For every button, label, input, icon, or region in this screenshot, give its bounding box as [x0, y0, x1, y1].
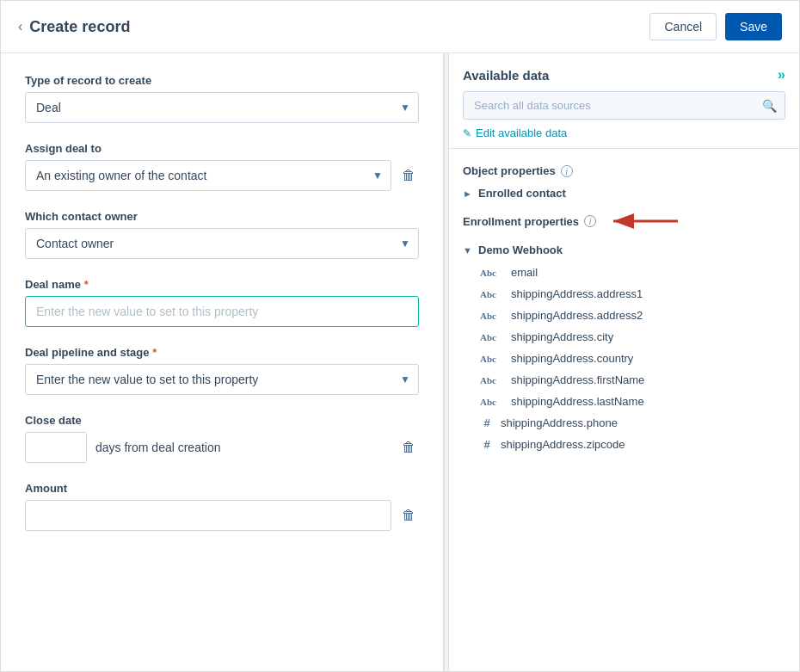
cancel-button[interactable]: Cancel [649, 13, 717, 40]
record-type-label: Type of record to create [25, 74, 419, 87]
object-properties-info-icon[interactable]: i [561, 165, 573, 177]
field-type-badge: Abc [480, 311, 504, 321]
edit-available-data-link[interactable]: ✎ Edit available data [463, 126, 785, 139]
close-date-group: Close date days from deal creation 🗑 [25, 414, 419, 463]
close-date-label: Close date [25, 414, 419, 427]
data-field-row[interactable]: AbcshippingAddress.address2 [449, 305, 799, 326]
assign-deal-group: Assign deal to An existing owner of the … [25, 142, 419, 191]
enrollment-properties-section: Enrollment properties i [449, 204, 799, 455]
data-field-row[interactable]: Abcemail [449, 262, 799, 283]
enrolled-contact-label: Enrolled contact [478, 187, 566, 200]
field-name: shippingAddress.phone [501, 416, 618, 429]
contact-owner-label: Which contact owner [25, 210, 419, 223]
assign-deal-row: An existing owner of the contact ▼ 🗑 [25, 160, 419, 191]
field-name: shippingAddress.zipcode [501, 438, 625, 451]
field-type-badge: Abc [480, 268, 504, 278]
record-type-group: Type of record to create Deal ▼ [25, 74, 419, 123]
orange-arrow-annotation [605, 209, 682, 233]
amount-label: Amount [25, 482, 419, 495]
enrolled-contact-chevron-icon: ► [463, 188, 473, 199]
close-date-days-label: days from deal creation [95, 441, 390, 454]
object-properties-section: Object properties i [449, 159, 799, 182]
deal-pipeline-select-wrapper: Enter the new value to set to this prope… [25, 364, 419, 395]
field-name: email [511, 266, 538, 279]
field-name: shippingAddress.country [511, 352, 633, 365]
deal-name-label: Deal name * [25, 278, 419, 291]
enrolled-contact-item[interactable]: ► Enrolled contact [449, 182, 799, 204]
field-type-badge: # [480, 438, 494, 451]
data-field-row[interactable]: #shippingAddress.phone [449, 412, 799, 434]
header-buttons: Cancel Save [649, 13, 782, 40]
search-box: 🔍 [463, 91, 785, 120]
contact-owner-select-wrapper: Contact owner ▼ [25, 228, 419, 259]
amount-row: 🗑 [25, 500, 419, 531]
modal-title-area: ‹ Create record [18, 18, 130, 36]
close-date-row: days from deal creation 🗑 [25, 432, 419, 463]
assign-deal-select[interactable]: An existing owner of the contact [25, 160, 391, 191]
enrollment-properties-label: Enrollment properties [463, 215, 579, 228]
amount-input[interactable] [25, 500, 391, 531]
field-name: shippingAddress.firstName [511, 373, 644, 386]
data-tree: Object properties i ► Enrolled contact E… [449, 149, 799, 671]
data-field-row[interactable]: AbcshippingAddress.address1 [449, 283, 799, 305]
record-type-select-wrapper: Deal ▼ [25, 92, 419, 123]
modal-header: ‹ Create record Cancel Save [1, 1, 799, 53]
field-type-badge: Abc [480, 397, 504, 407]
field-name: shippingAddress.lastName [511, 395, 644, 408]
save-button[interactable]: Save [725, 13, 782, 40]
right-panel-header: Available data » 🔍 ✎ Edit available data [449, 53, 799, 149]
field-type-badge: Abc [480, 289, 504, 299]
search-input[interactable] [463, 91, 785, 120]
data-field-row[interactable]: AbcshippingAddress.country [449, 348, 799, 369]
field-type-badge: Abc [480, 375, 504, 385]
demo-webhook-chevron-icon: ▼ [463, 245, 473, 256]
amount-group: Amount 🗑 [25, 482, 419, 531]
enrollment-properties-info-icon[interactable]: i [584, 215, 596, 227]
available-data-title: Available data [463, 68, 549, 83]
field-name: shippingAddress.address2 [511, 309, 643, 322]
record-type-select[interactable]: Deal [25, 92, 419, 123]
assign-deal-select-wrapper: An existing owner of the contact ▼ [25, 160, 391, 191]
contact-owner-select[interactable]: Contact owner [25, 228, 419, 259]
modal-title: Create record [29, 18, 130, 36]
fields-list: AbcemailAbcshippingAddress.address1Abcsh… [449, 262, 799, 455]
deal-pipeline-select[interactable]: Enter the new value to set to this prope… [25, 364, 419, 395]
field-type-badge: Abc [480, 332, 504, 342]
assign-deal-delete-icon[interactable]: 🗑 [398, 164, 419, 187]
object-properties-label: Object properties [463, 164, 556, 177]
field-name: shippingAddress.city [511, 330, 613, 343]
data-field-row[interactable]: #shippingAddress.zipcode [449, 434, 799, 455]
left-panel: Type of record to create Deal ▼ Assign d… [1, 53, 444, 671]
field-type-badge: # [480, 416, 494, 429]
close-date-days-input[interactable] [25, 432, 87, 463]
demo-webhook-label: Demo Webhook [478, 244, 563, 256]
enrollment-properties-row: Enrollment properties i [449, 204, 799, 238]
field-type-badge: Abc [480, 354, 504, 364]
collapse-icon[interactable]: » [778, 67, 785, 83]
amount-delete-icon[interactable]: 🗑 [398, 504, 419, 527]
available-data-title-row: Available data » [463, 67, 785, 83]
edit-pencil-icon: ✎ [463, 127, 471, 139]
data-field-row[interactable]: AbcshippingAddress.firstName [449, 369, 799, 391]
deal-pipeline-label: Deal pipeline and stage * [25, 346, 419, 359]
deal-pipeline-required: * [152, 346, 157, 359]
data-field-row[interactable]: AbcshippingAddress.lastName [449, 391, 799, 412]
modal-body: Type of record to create Deal ▼ Assign d… [1, 53, 799, 671]
deal-pipeline-group: Deal pipeline and stage * Enter the new … [25, 346, 419, 395]
close-date-delete-icon[interactable]: 🗑 [398, 436, 419, 459]
deal-name-input[interactable] [25, 296, 419, 327]
field-name: shippingAddress.address1 [511, 287, 643, 300]
deal-name-group: Deal name * [25, 278, 419, 327]
edit-available-data-label: Edit available data [476, 126, 567, 139]
demo-webhook-item[interactable]: ▼ Demo Webhook [449, 238, 799, 262]
right-panel: Available data » 🔍 ✎ Edit available data… [449, 53, 799, 671]
deal-name-required: * [84, 278, 89, 291]
back-chevron-icon[interactable]: ‹ [18, 19, 22, 34]
contact-owner-group: Which contact owner Contact owner ▼ [25, 210, 419, 259]
assign-deal-label: Assign deal to [25, 142, 419, 155]
data-field-row[interactable]: AbcshippingAddress.city [449, 326, 799, 348]
